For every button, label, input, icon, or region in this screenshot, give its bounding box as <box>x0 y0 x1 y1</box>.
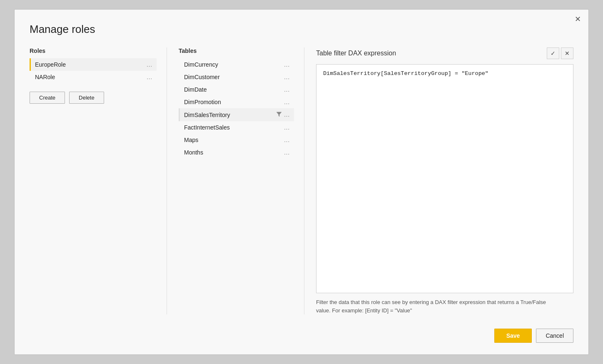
role-item-europerole[interactable]: EuropeRole ... <box>30 58 157 71</box>
role-ellipsis-0[interactable]: ... <box>147 62 152 68</box>
table-label-dimcustomer: DimCustomer <box>184 74 220 80</box>
create-button[interactable]: Create <box>30 92 65 104</box>
save-button[interactable]: Save <box>494 329 532 343</box>
table-item-dimdate[interactable]: DimDate ... <box>179 83 294 96</box>
dax-confirm-button[interactable]: ✓ <box>547 47 559 59</box>
dax-title: Table filter DAX expression <box>316 50 396 57</box>
dax-cancel-button[interactable]: ✕ <box>561 47 573 59</box>
dialog-title: Manage roles <box>30 23 573 36</box>
role-label-europerole: EuropeRole <box>35 61 66 68</box>
table-item-months[interactable]: Months ... <box>179 146 294 159</box>
table-ellipsis-1[interactable]: ... <box>284 74 290 80</box>
dax-hint: Filter the data that this role can see b… <box>316 298 549 314</box>
table-label-months: Months <box>184 149 203 156</box>
table-label-factinternetsales: FactInternetSales <box>184 124 230 131</box>
manage-roles-dialog: ✕ Manage roles Roles EuropeRole ... NARo… <box>14 9 589 355</box>
dax-actions: ✓ ✕ <box>547 47 573 59</box>
tables-panel: Tables DimCurrency ... DimCustomer ... D… <box>167 47 304 314</box>
roles-panel: Roles EuropeRole ... NARole ... Create D… <box>30 47 167 314</box>
table-item-dimcustomer[interactable]: DimCustomer ... <box>179 71 294 83</box>
table-item-dimsalesterritory[interactable]: DimSalesTerritory ... <box>179 108 294 121</box>
tables-heading: Tables <box>179 47 294 54</box>
table-ellipsis-4[interactable]: ... <box>284 112 290 118</box>
close-button[interactable]: ✕ <box>575 15 581 23</box>
cancel-button[interactable]: Cancel <box>536 329 573 343</box>
role-label-narole: NARole <box>35 74 55 80</box>
table-label-dimsalesterritory: DimSalesTerritory <box>184 112 230 118</box>
roles-heading: Roles <box>30 47 157 54</box>
content-area: Roles EuropeRole ... NARole ... Create D… <box>30 47 573 314</box>
table-item-factinternetsales[interactable]: FactInternetSales ... <box>179 121 294 134</box>
table-ellipsis-2[interactable]: ... <box>284 87 290 93</box>
role-item-narole[interactable]: NARole ... <box>30 71 157 83</box>
roles-actions: Create Delete <box>30 92 157 104</box>
table-ellipsis-6[interactable]: ... <box>284 137 290 143</box>
dax-header: Table filter DAX expression ✓ ✕ <box>316 47 573 59</box>
table-label-dimcurrency: DimCurrency <box>184 61 218 68</box>
table-item-dimpromotion[interactable]: DimPromotion ... <box>179 96 294 108</box>
table-ellipsis-0[interactable]: ... <box>284 62 290 68</box>
delete-button[interactable]: Delete <box>69 92 104 104</box>
table-label-maps: Maps <box>184 137 198 143</box>
dax-expression-editor[interactable] <box>316 64 573 293</box>
table-item-dimcurrency[interactable]: DimCurrency ... <box>179 58 294 71</box>
table-ellipsis-7[interactable]: ... <box>284 150 290 156</box>
filter-icon <box>276 111 282 118</box>
dialog-footer: Save Cancel <box>30 324 573 343</box>
table-label-dimdate: DimDate <box>184 86 207 93</box>
table-ellipsis-5[interactable]: ... <box>284 125 290 131</box>
role-ellipsis-1[interactable]: ... <box>147 74 152 80</box>
table-ellipsis-3[interactable]: ... <box>284 99 290 105</box>
table-item-maps[interactable]: Maps ... <box>179 134 294 146</box>
table-label-dimpromotion: DimPromotion <box>184 99 221 105</box>
dax-panel: Table filter DAX expression ✓ ✕ Filter t… <box>304 47 573 314</box>
svg-marker-0 <box>277 112 282 117</box>
